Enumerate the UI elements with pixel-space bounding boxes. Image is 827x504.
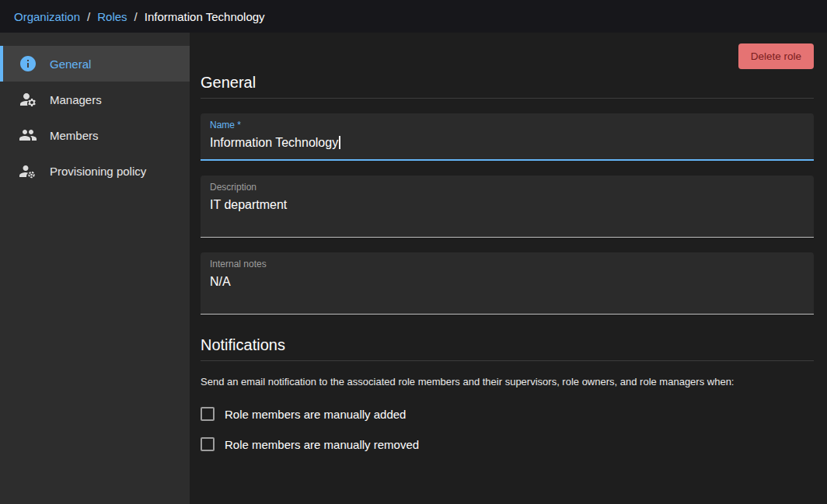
- provisioning-icon: [19, 162, 37, 180]
- text-cursor: [339, 136, 340, 149]
- checkbox-icon[interactable]: [201, 407, 215, 421]
- general-section-title: General: [201, 74, 814, 99]
- name-field-label: Name *: [210, 120, 804, 130]
- breadcrumb-roles[interactable]: Roles: [97, 10, 127, 23]
- internal-notes-field-value: N/A: [210, 273, 804, 290]
- info-icon: [19, 54, 37, 73]
- page-layout: General Managers Members Provisioning po…: [0, 33, 827, 504]
- members-icon: [19, 126, 37, 144]
- toolbar: Delete role: [201, 43, 814, 69]
- internal-notes-field[interactable]: Internal notes N/A: [201, 252, 814, 315]
- manager-icon: [19, 90, 37, 109]
- checkbox-label: Role members are manually added: [225, 408, 406, 421]
- checkbox-row-members-added[interactable]: Role members are manually added: [201, 407, 814, 421]
- sidebar-item-label: Members: [50, 129, 99, 142]
- checkbox-icon[interactable]: [201, 437, 215, 451]
- sidebar-item-general[interactable]: General: [0, 46, 190, 82]
- breadcrumb-current: Information Technology: [145, 10, 265, 23]
- checkbox-row-members-removed[interactable]: Role members are manually removed: [201, 437, 814, 451]
- name-field-value: Information Technology: [210, 134, 804, 151]
- internal-notes-field-label: Internal notes: [210, 259, 804, 269]
- checkbox-label: Role members are manually removed: [225, 438, 419, 451]
- sidebar-item-members[interactable]: Members: [0, 117, 190, 153]
- sidebar-item-label: General: [50, 57, 91, 71]
- delete-role-button[interactable]: Delete role: [738, 43, 814, 69]
- sidebar: General Managers Members Provisioning po…: [0, 33, 190, 504]
- breadcrumb: Organization / Roles / Information Techn…: [0, 0, 827, 33]
- description-field-label: Description: [210, 182, 804, 193]
- main-content: Delete role General Name * Information T…: [190, 33, 827, 504]
- breadcrumb-organization[interactable]: Organization: [14, 10, 80, 23]
- notifications-section-title: Notifications: [201, 336, 814, 361]
- description-field[interactable]: Description IT department: [201, 176, 814, 238]
- sidebar-item-provisioning-policy[interactable]: Provisioning policy: [0, 153, 190, 189]
- sidebar-item-label: Provisioning policy: [50, 165, 146, 178]
- name-field[interactable]: Name * Information Technology: [201, 113, 814, 161]
- sidebar-item-managers[interactable]: Managers: [0, 82, 190, 117]
- breadcrumb-separator: /: [134, 10, 138, 23]
- description-field-value: IT department: [210, 196, 804, 214]
- name-field-text: Information Technology: [210, 136, 338, 149]
- breadcrumb-separator: /: [87, 10, 90, 23]
- notifications-description: Send an email notification to the associ…: [201, 376, 814, 388]
- sidebar-item-label: Managers: [50, 93, 102, 106]
